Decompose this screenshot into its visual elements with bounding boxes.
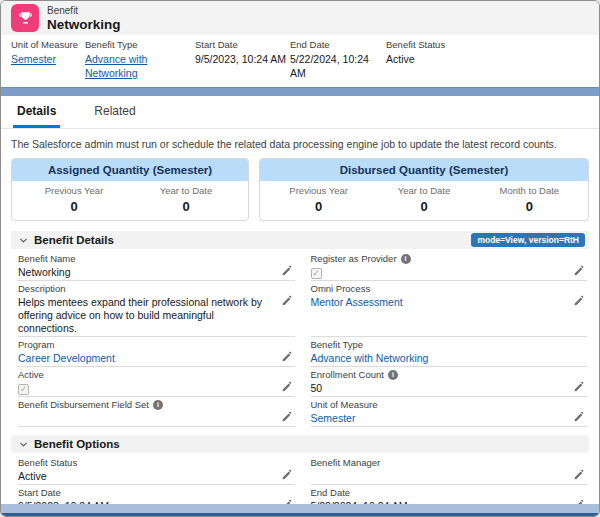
record-link-semester[interactable]: Semester <box>11 53 56 65</box>
field-label: Active <box>18 369 295 381</box>
field-value <box>311 470 588 483</box>
edit-enrollment-count-button[interactable] <box>572 381 585 394</box>
record-link-career-development[interactable]: Career Development <box>18 352 115 364</box>
benefit-record-page: Benefit Networking Unit of MeasureSemest… <box>0 0 600 517</box>
record-link-advance-with-networking[interactable]: Advance with Networking <box>311 352 429 364</box>
pencil-icon <box>573 294 584 309</box>
edit-benefit-manager-button[interactable] <box>572 469 585 482</box>
help-info-icon[interactable]: i <box>388 370 398 380</box>
field-label: Unit of Measure <box>11 39 85 51</box>
edit-benefit-status-button[interactable] <box>280 469 293 482</box>
quantity-card-disbursed-quantity-semester: Disbursed Quantity (Semester)Previous Ye… <box>259 158 589 221</box>
edit-unit-of-measure-button[interactable] <box>572 411 585 424</box>
card-metrics: Previous Year0Year to Date0Month to Date… <box>260 181 588 220</box>
card-title: Disbursed Quantity (Semester) <box>260 159 588 181</box>
field-benefit-status: Benefit StatusActive <box>18 455 295 485</box>
field-label: Start Date <box>18 487 295 499</box>
field-label-text: Benefit Type <box>311 339 364 351</box>
field-label-text: Start Date <box>18 487 61 499</box>
field-unit-of-measure: Unit of MeasureSemester <box>311 397 588 427</box>
tab-related[interactable]: Related <box>90 104 139 128</box>
field-label: Benefit Status <box>18 457 295 469</box>
highlight-field-start-date: Start Date9/5/2023, 10:24 AM <box>195 39 290 80</box>
help-info-icon[interactable]: i <box>401 254 411 264</box>
record-name: Networking <box>47 17 121 32</box>
field-description: DescriptionHelps mentees expand their pr… <box>18 281 295 337</box>
edit-omni-process-button[interactable] <box>572 295 585 308</box>
chevron-down-icon[interactable] <box>19 440 28 449</box>
field-label: Benefit Disbursement Field Seti <box>18 399 295 411</box>
edit-register-as-provider-button[interactable] <box>572 265 585 278</box>
field-label: Start Date <box>195 39 290 51</box>
field-value: Semester <box>311 412 588 425</box>
pencil-icon <box>573 264 584 279</box>
field-omni-process: Omni ProcessMentor Assessment <box>311 281 588 337</box>
metric-year-to-date: Year to Date0 <box>371 185 476 214</box>
edit-description-button[interactable] <box>280 295 293 308</box>
metric-year-to-date: Year to Date0 <box>130 185 242 214</box>
tab-details[interactable]: Details <box>13 104 60 128</box>
card-metrics: Previous Year0Year to Date0 <box>12 181 248 220</box>
metric-previous-year: Previous Year0 <box>18 185 130 214</box>
edit-program-button[interactable] <box>280 351 293 364</box>
record-link-mentor-assessment[interactable]: Mentor Assessment <box>311 296 403 308</box>
field-label: End Date <box>290 39 386 51</box>
record-link-semester[interactable]: Semester <box>311 412 356 424</box>
field-label-text: End Date <box>311 487 351 499</box>
section-title: Benefit Options <box>34 438 120 450</box>
field-label: Enrollment Counti <box>311 369 588 381</box>
field-label: Register as Provideri <box>311 253 588 265</box>
pencil-icon <box>573 410 584 425</box>
metric-label: Year to Date <box>130 185 242 197</box>
field-program: ProgramCareer Development <box>18 337 295 367</box>
metric-value: 0 <box>371 199 476 214</box>
metric-value: 0 <box>477 199 582 214</box>
field-value: Active <box>386 52 589 66</box>
highlight-field-end-date: End Date5/22/2024, 10:24 AM <box>290 39 386 80</box>
background-band <box>1 504 599 513</box>
quantity-card-assigned-quantity-semester: Assigned Quantity (Semester)Previous Yea… <box>11 158 249 221</box>
background-strip <box>1 87 599 96</box>
field-label-text: Benefit Disbursement Field Set <box>18 399 149 411</box>
record-link-advance-with-networking[interactable]: Advance with Networking <box>85 53 147 79</box>
field-label-text: Benefit Name <box>18 253 76 265</box>
chevron-down-icon[interactable] <box>19 236 28 245</box>
metric-label: Previous Year <box>266 185 371 197</box>
field-value: Active <box>18 470 295 483</box>
section-benefit-details: Benefit Detailsmode=View, version=RtHBen… <box>11 231 589 427</box>
metric-value: 0 <box>130 199 242 214</box>
field-label-text: Program <box>18 339 54 351</box>
field-value: Career Development <box>18 352 295 365</box>
field-label: Program <box>18 339 295 351</box>
help-info-icon[interactable]: i <box>153 400 163 410</box>
field-label: Benefit Type <box>85 39 195 51</box>
detail-sections: Benefit Detailsmode=View, version=RtHBen… <box>1 221 599 517</box>
section-title: Benefit Details <box>34 234 114 246</box>
quantity-cards: Assigned Quantity (Semester)Previous Yea… <box>1 158 599 221</box>
edit-benefit-disbursement-field-set-button[interactable] <box>280 411 293 424</box>
pencil-icon <box>573 468 584 483</box>
edit-benefit-name-button[interactable] <box>280 265 293 278</box>
field-value: 50 <box>311 382 588 395</box>
field-value: Advance with Networking <box>85 52 195 80</box>
background-band-edge <box>1 513 599 516</box>
field-label: Benefit Manager <box>311 457 588 469</box>
admin-notice-text: The Salesforce admin must run or schedul… <box>1 129 599 158</box>
section-field-grid: Benefit NameNetworkingRegister as Provid… <box>11 249 589 427</box>
field-value <box>18 412 295 425</box>
edit-active-button[interactable] <box>280 381 293 394</box>
highlight-field-benefit-type: Benefit TypeAdvance with Networking <box>85 39 195 80</box>
field-register-as-provider: Register as Provideri✓ <box>311 251 588 281</box>
field-label: End Date <box>311 487 588 499</box>
checkbox-checked: ✓ <box>18 384 29 395</box>
pencil-icon <box>573 380 584 395</box>
field-benefit-type: Benefit TypeAdvance with Networking <box>311 337 588 367</box>
metric-month-to-date: Month to Date0 <box>477 185 582 214</box>
field-label: Benefit Name <box>18 253 295 265</box>
field-label-text: Omni Process <box>311 283 371 295</box>
pencil-icon <box>281 264 292 279</box>
field-label: Omni Process <box>311 283 588 295</box>
field-enrollment-count: Enrollment Counti50 <box>311 367 588 397</box>
field-label-text: Active <box>18 369 44 381</box>
highlights-fields-row: Unit of MeasureSemesterBenefit TypeAdvan… <box>1 35 599 87</box>
